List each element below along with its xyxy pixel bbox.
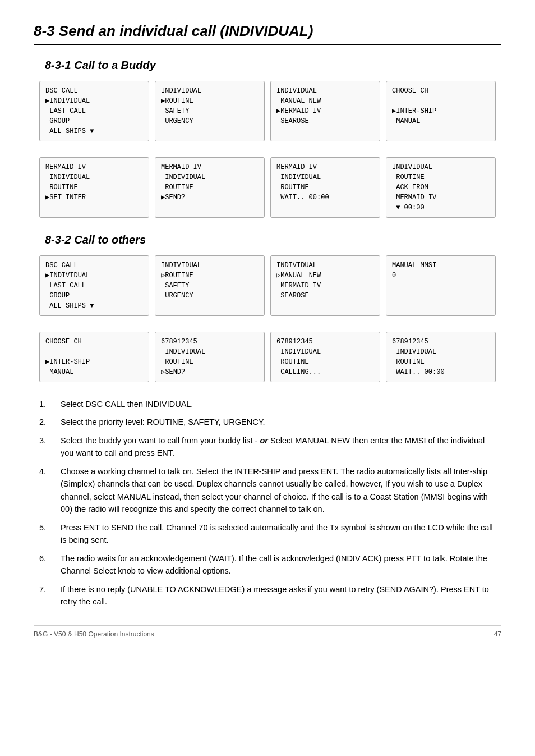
screen-s1r2-3: MERMAID IV INDIVIDUAL ROUTINE WAIT.. 00:… [270,157,380,218]
instruction-item-2: 2.Select the priority level: ROUTINE, SA… [39,416,496,428]
instruction-text-3: Select the buddy you want to call from y… [61,434,496,460]
instruction-item-1: 1.Select DSC CALL then INDIVIDUAL. [39,398,496,410]
footer-page: 47 [494,630,501,638]
instruction-num-1: 1. [39,398,53,410]
instruction-text-1: Select DSC CALL then INDIVIDUAL. [61,398,496,410]
screen-s2r1-3: INDIVIDUAL ▷MANUAL NEW MERMAID IV SEAROS… [270,255,380,316]
instruction-item-3: 3.Select the buddy you want to call from… [39,434,496,460]
screen-s1r1-3: INDIVIDUAL MANUAL NEW ▶MERMAID IV SEAROS… [270,81,380,141]
main-title: 8-3 Send an individual call (INDIVIDUAL) [34,22,501,45]
screen-s1r1-2: INDIVIDUAL ▶ROUTINE SAFETY URGENCY [155,81,265,141]
instructions-list: 1.Select DSC CALL then INDIVIDUAL.2.Sele… [39,398,496,608]
instruction-text-7: If there is no reply (UNABLE TO ACKNOWLE… [61,583,496,608]
footer-center: B&G - V50 & H50 Operation Instructions [34,630,154,638]
screen-s2r1-1: DSC CALL ▶INDIVIDUAL LAST CALL GROUP ALL… [39,255,149,316]
instruction-item-5: 5.Press ENT to SEND the call. Channel 70… [39,521,496,547]
section1-row1: DSC CALL ▶INDIVIDUAL LAST CALL GROUP ALL… [39,81,496,141]
screen-s2r1-4: MANUAL MMSI 0_____ [386,255,496,316]
screen-s1r1-1: DSC CALL ▶INDIVIDUAL LAST CALL GROUP ALL… [39,81,149,141]
instruction-item-6: 6.The radio waits for an acknowledgement… [39,552,496,578]
section1-title: 8-3-1 Call to a Buddy [45,59,501,72]
footer: B&G - V50 & H50 Operation Instructions 4… [34,625,501,638]
screen-s1r1-4: CHOOSE CH ▶INTER-SHIP MANUAL [386,81,496,141]
instruction-num-6: 6. [39,552,53,578]
section2-title: 8-3-2 Call to others [45,233,501,246]
section2-row1: DSC CALL ▶INDIVIDUAL LAST CALL GROUP ALL… [39,255,496,316]
instruction-num-2: 2. [39,416,53,428]
instruction-text-6: The radio waits for an acknowledgement (… [61,552,496,578]
instruction-item-7: 7.If there is no reply (UNABLE TO ACKNOW… [39,583,496,608]
instruction-text-5: Press ENT to SEND the call. Channel 70 i… [61,521,496,547]
screen-s2r2-1: CHOOSE CH ▶INTER-SHIP MANUAL [39,332,149,382]
instruction-num-4: 4. [39,465,53,516]
screen-s1r2-2: MERMAID IV INDIVIDUAL ROUTINE ▶SEND? [155,157,265,218]
screen-s2r1-2: INDIVIDUAL ▷ROUTINE SAFETY URGENCY [155,255,265,316]
instruction-num-7: 7. [39,583,53,608]
instruction-text-4: Choose a working channel to talk on. Sel… [61,465,496,516]
screen-s2r2-4: 678912345 INDIVIDUAL ROUTINE WAIT.. 00:0… [386,332,496,382]
screen-s1r2-4: INDIVIDUAL ROUTINE ACK FROM MERMAID IV ▼… [386,157,496,218]
section1-row2: MERMAID IV INDIVIDUAL ROUTINE ▶SET INTER… [39,157,496,218]
screen-s2r2-2: 678912345 INDIVIDUAL ROUTINE ▷SEND? [155,332,265,382]
screen-s2r2-3: 678912345 INDIVIDUAL ROUTINE CALLING... [270,332,380,382]
instruction-item-4: 4.Choose a working channel to talk on. S… [39,465,496,516]
instruction-text-2: Select the priority level: ROUTINE, SAFE… [61,416,496,428]
screen-s1r2-1: MERMAID IV INDIVIDUAL ROUTINE ▶SET INTER [39,157,149,218]
instruction-num-5: 5. [39,521,53,547]
section2-row2: CHOOSE CH ▶INTER-SHIP MANUAL 678912345 I… [39,332,496,382]
instruction-num-3: 3. [39,434,53,460]
